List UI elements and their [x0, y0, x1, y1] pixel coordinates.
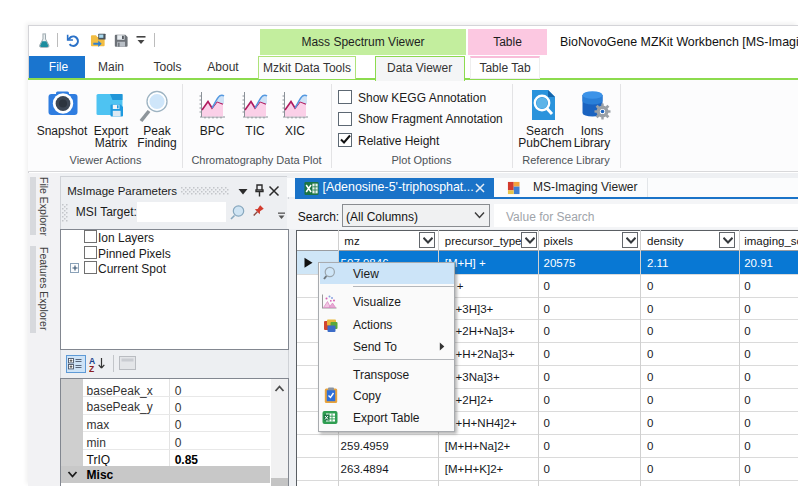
- svg-text:Z: Z: [89, 364, 94, 373]
